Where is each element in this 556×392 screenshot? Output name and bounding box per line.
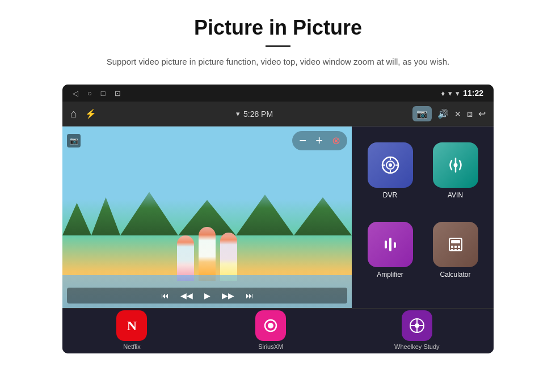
- dock-item-wheelkey[interactable]: Wheelkey Study: [394, 310, 439, 350]
- signal-status-icon: ▾: [456, 89, 460, 98]
- app-icon-amplifier[interactable]: Amplifier: [357, 217, 423, 297]
- dock-item-siriusxm[interactable]: SiriusXM: [255, 310, 286, 350]
- pip-playback-controls: ⏮ ◀◀ ▶ ▶▶ ⏭: [67, 288, 347, 304]
- app-grid: DVR AVIN: [352, 127, 494, 308]
- amplifier-icon-box: [368, 222, 413, 267]
- pip-close-button[interactable]: ⊗: [332, 134, 340, 147]
- app-icon-avin[interactable]: AVIN: [423, 138, 488, 217]
- wheelkey-icon-box: [402, 310, 432, 341]
- wifi-bar-icon: ▾: [236, 109, 240, 118]
- app-icon-dvr[interactable]: DVR: [357, 138, 423, 217]
- wheelkey-label: Wheelkey Study: [394, 343, 439, 350]
- svg-rect-17: [454, 249, 457, 251]
- android-bar: ⌂ ⚡ ▾ 5:28 PM 📷 🔊 ✕ ⧈ ↩: [62, 102, 494, 127]
- page-subtitle: Support video picture in picture functio…: [107, 55, 449, 69]
- svg-rect-15: [458, 246, 460, 248]
- wifi-status-icon: ▾: [448, 89, 452, 98]
- page-title: Picture in Picture: [107, 16, 449, 40]
- svg-rect-14: [454, 246, 457, 248]
- avin-label: AVIN: [448, 191, 463, 199]
- home-nav-icon[interactable]: ○: [87, 89, 92, 98]
- android-bar-left: ⌂ ⚡: [70, 107, 96, 120]
- usb-icon: ⚡: [85, 108, 96, 119]
- pip-resize-controls: − + ⊗: [292, 131, 347, 150]
- pip-top-bar: 📷 − + ⊗: [67, 131, 347, 150]
- siriusxm-icon-box: [255, 310, 286, 341]
- svg-rect-16: [451, 249, 453, 251]
- status-bar-right: ♦ ▾ ▾ 11:22: [441, 88, 483, 98]
- forward-button[interactable]: ▶▶: [222, 291, 234, 300]
- page-container: Picture in Picture Support video picture…: [0, 0, 556, 392]
- amplifier-label: Amplifier: [377, 271, 403, 279]
- title-divider: [266, 45, 290, 47]
- dock-item-netflix[interactable]: N Netflix: [116, 310, 147, 350]
- location-icon: ♦: [441, 89, 445, 98]
- back-nav-icon[interactable]: ◁: [73, 89, 78, 98]
- dvr-icon-box: [368, 142, 413, 188]
- pip-overlay: 📷 − + ⊗ ⏮ ◀◀ ▶ ▶▶ ⏭: [62, 127, 352, 308]
- svg-rect-13: [451, 246, 453, 248]
- svg-point-22: [415, 323, 419, 328]
- pip-camera-icon: 📷: [67, 134, 81, 147]
- svg-rect-8: [385, 241, 387, 248]
- system-time: 11:22: [463, 88, 483, 98]
- home-button[interactable]: ⌂: [70, 107, 77, 120]
- header-section: Picture in Picture Support video picture…: [73, 0, 483, 74]
- svg-point-20: [268, 323, 273, 328]
- next-button[interactable]: ⏭: [246, 291, 254, 300]
- prev-button[interactable]: ⏮: [161, 291, 169, 300]
- calculator-icon-box: [433, 222, 478, 267]
- rewind-button[interactable]: ◀◀: [180, 291, 193, 300]
- pip-minus-button[interactable]: −: [299, 133, 306, 148]
- bottom-dock: N Netflix SiriusXM: [62, 308, 494, 353]
- status-bar-left: ◁ ○ □ ⊡: [73, 89, 121, 98]
- netflix-label: Netflix: [123, 343, 141, 350]
- siriusxm-label: SiriusXM: [258, 343, 283, 350]
- pip-video-panel: 📷 − + ⊗ ⏮ ◀◀ ▶ ▶▶ ⏭: [62, 127, 352, 308]
- calculator-label: Calculator: [440, 271, 470, 279]
- status-bar: ◁ ○ □ ⊡ ♦ ▾ ▾ 11:22: [62, 85, 494, 102]
- android-bar-center: ▾ 5:28 PM: [236, 109, 273, 119]
- bar-time: 5:28 PM: [243, 109, 273, 119]
- svg-rect-12: [451, 240, 460, 243]
- play-button[interactable]: ▶: [204, 291, 210, 300]
- svg-rect-9: [389, 238, 391, 251]
- volume-button[interactable]: 🔊: [437, 108, 449, 119]
- pip-plus-button[interactable]: +: [315, 133, 323, 148]
- netflix-icon-box: N: [116, 310, 147, 341]
- app-area: 📷 − + ⊗ ⏮ ◀◀ ▶ ▶▶ ⏭: [62, 127, 494, 308]
- camera-button[interactable]: 📷: [412, 106, 432, 121]
- recent-nav-icon[interactable]: □: [101, 89, 106, 98]
- android-bar-right: 📷 🔊 ✕ ⧈ ↩: [412, 106, 486, 121]
- svg-rect-18: [458, 249, 460, 251]
- svg-point-2: [389, 163, 392, 167]
- svg-rect-10: [394, 242, 396, 248]
- screenshot-nav-icon[interactable]: ⊡: [115, 89, 121, 98]
- dvr-label: DVR: [383, 191, 397, 199]
- close-button[interactable]: ✕: [454, 109, 461, 119]
- device-frame: ◁ ○ □ ⊡ ♦ ▾ ▾ 11:22 ⌂ ⚡ ▾ 5:28 PM: [62, 85, 494, 353]
- back-button[interactable]: ↩: [478, 108, 486, 119]
- svg-point-7: [453, 163, 457, 167]
- pip-mode-button[interactable]: ⧈: [467, 109, 473, 119]
- avin-icon-box: [433, 142, 478, 188]
- app-icon-calculator[interactable]: Calculator: [423, 217, 488, 297]
